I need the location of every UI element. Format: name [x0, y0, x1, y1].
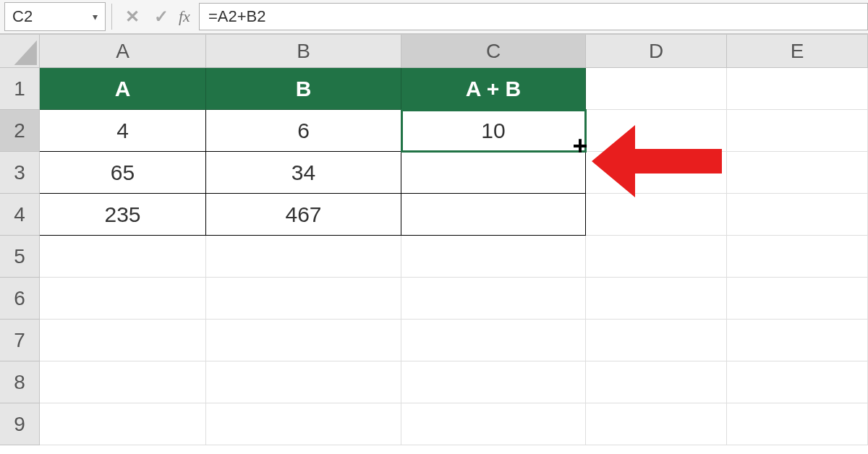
table-row: 65 34: [40, 152, 868, 194]
cell-B4[interactable]: 467: [206, 194, 401, 236]
cell-D6[interactable]: [586, 278, 727, 320]
column-header-C[interactable]: C: [401, 35, 586, 68]
cell-B1[interactable]: B: [206, 68, 401, 110]
column-header-B[interactable]: B: [206, 35, 401, 68]
cell-A5[interactable]: [40, 236, 206, 278]
cell-A7[interactable]: [40, 320, 206, 361]
name-box-value: C2: [12, 7, 33, 26]
cell-C2[interactable]: 10 +: [401, 110, 586, 152]
cell-D1[interactable]: [586, 68, 727, 110]
formula-bar: C2 ▾ ✕ ✓ fx =A2+B2: [0, 0, 868, 35]
cancel-icon[interactable]: ✕: [118, 7, 147, 27]
cell-A8[interactable]: [40, 361, 206, 403]
cell-D9[interactable]: [586, 403, 727, 445]
cell-E6[interactable]: [727, 278, 868, 320]
table-row: [40, 236, 868, 278]
formula-input[interactable]: =A2+B2: [199, 3, 868, 30]
column-header-A[interactable]: A: [40, 35, 206, 68]
column-header-D[interactable]: D: [586, 35, 727, 68]
select-all-corner[interactable]: [0, 35, 40, 68]
cell-B3[interactable]: 34: [206, 152, 401, 194]
fx-icon[interactable]: fx: [176, 7, 199, 26]
cell-A2[interactable]: 4: [40, 110, 206, 152]
chevron-down-icon[interactable]: ▾: [93, 11, 98, 22]
cell-C3[interactable]: [401, 152, 586, 194]
cell-B7[interactable]: [206, 320, 401, 361]
row-header-4[interactable]: 4: [0, 194, 40, 236]
cell-E1[interactable]: [727, 68, 868, 110]
cell-D7[interactable]: [586, 320, 727, 361]
cell-B2[interactable]: 6: [206, 110, 401, 152]
separator: [111, 4, 112, 30]
table-row: [40, 361, 868, 403]
table-row: [40, 403, 868, 445]
fill-handle[interactable]: +: [572, 138, 588, 154]
cell-C5[interactable]: [401, 236, 586, 278]
cell-C6[interactable]: [401, 278, 586, 320]
cell-B9[interactable]: [206, 403, 401, 445]
cell-D5[interactable]: [586, 236, 727, 278]
confirm-icon[interactable]: ✓: [147, 7, 176, 27]
cell-E3[interactable]: [727, 152, 868, 194]
arrow-icon: [592, 121, 729, 204]
table-row: [40, 320, 868, 361]
row-header-2[interactable]: 2: [0, 110, 40, 152]
cell-C1[interactable]: A + B: [401, 68, 586, 110]
row-header-3[interactable]: 3: [0, 152, 40, 194]
cell-B8[interactable]: [206, 361, 401, 403]
svg-marker-1: [592, 125, 722, 197]
row-header-9[interactable]: 9: [0, 403, 40, 445]
table-row: [40, 278, 868, 320]
row-header-1[interactable]: 1: [0, 68, 40, 110]
table-row: 4 6 10 +: [40, 110, 868, 152]
svg-marker-0: [14, 40, 37, 65]
column-headers: A B C D E: [40, 35, 868, 68]
spreadsheet-grid: A B C D E 1 2 3 4 5 6 7 8 9 A B A + B 4 …: [0, 35, 868, 454]
row-header-5[interactable]: 5: [0, 236, 40, 278]
cell-A3[interactable]: 65: [40, 152, 206, 194]
cell-E2[interactable]: [727, 110, 868, 152]
cell-E9[interactable]: [727, 403, 868, 445]
cell-A6[interactable]: [40, 278, 206, 320]
cell-B5[interactable]: [206, 236, 401, 278]
cell-E7[interactable]: [727, 320, 868, 361]
cell-C9[interactable]: [401, 403, 586, 445]
cell-E5[interactable]: [727, 236, 868, 278]
cell-A4[interactable]: 235: [40, 194, 206, 236]
row-header-8[interactable]: 8: [0, 361, 40, 403]
table-row: A B A + B: [40, 68, 868, 110]
row-headers: 1 2 3 4 5 6 7 8 9: [0, 68, 40, 445]
row-header-7[interactable]: 7: [0, 320, 40, 361]
cell-B6[interactable]: [206, 278, 401, 320]
cells-area: A B A + B 4 6 10 + 65 34 235: [40, 68, 868, 445]
cell-C8[interactable]: [401, 361, 586, 403]
cell-D8[interactable]: [586, 361, 727, 403]
cell-E4[interactable]: [727, 194, 868, 236]
row-header-6[interactable]: 6: [0, 278, 40, 320]
cell-C7[interactable]: [401, 320, 586, 361]
cell-E8[interactable]: [727, 361, 868, 403]
column-header-E[interactable]: E: [727, 35, 868, 68]
cell-A1[interactable]: A: [40, 68, 206, 110]
formula-text: =A2+B2: [208, 7, 266, 26]
table-row: 235 467: [40, 194, 868, 236]
name-box[interactable]: C2 ▾: [4, 2, 106, 31]
cell-A9[interactable]: [40, 403, 206, 445]
cell-C4[interactable]: [401, 194, 586, 236]
